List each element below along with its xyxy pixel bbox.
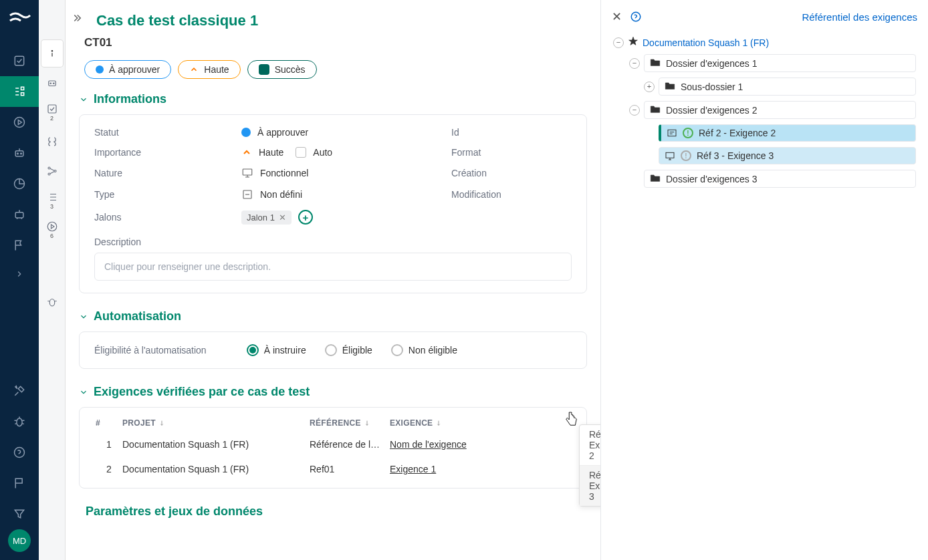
chevron-up-icon — [241, 147, 252, 158]
chevron-up-icon — [189, 65, 199, 74]
sub-link-icon[interactable] — [41, 158, 63, 184]
auto-checkbox[interactable] — [296, 147, 306, 158]
sub-info-icon[interactable] — [41, 40, 63, 67]
help-icon[interactable] — [630, 11, 642, 23]
sub-robot-icon[interactable] — [41, 69, 63, 96]
expand-panel-icon[interactable] — [71, 12, 83, 27]
tree-requirement[interactable]: !Réf 2 - Exigence 2 — [612, 122, 917, 144]
svg-point-14 — [48, 167, 50, 169]
nav-testcases-icon[interactable] — [0, 76, 39, 107]
add-jalon-button[interactable]: + — [298, 210, 313, 225]
sub-list-icon[interactable]: 3 — [41, 187, 63, 214]
tree-folder[interactable]: + Sous-dossier 1 — [612, 75, 917, 98]
svg-point-11 — [50, 83, 51, 84]
col-reference[interactable]: RÉFÉRENCE — [310, 418, 390, 428]
tree-folder[interactable]: − Dossier d'exigences 1 — [612, 51, 917, 75]
table-row[interactable]: 1 Documentation Squash 1 (FR) Référence … — [88, 432, 578, 456]
sub-issues-icon[interactable] — [41, 289, 63, 315]
sub-params-icon[interactable] — [41, 128, 63, 155]
collapse-icon[interactable]: − — [629, 58, 640, 69]
nav-reports-icon[interactable] — [0, 168, 39, 199]
expand-icon[interactable]: + — [644, 82, 655, 92]
section-info-header[interactable]: Informations — [79, 92, 587, 106]
svg-rect-0 — [15, 56, 23, 65]
collapse-icon[interactable]: − — [613, 37, 624, 48]
req-link[interactable]: Exigence 1 — [390, 464, 570, 474]
requirements-tree-panel: ✕ Référentiel des exigences − Documentat… — [600, 0, 928, 560]
col-projet[interactable]: PROJET — [122, 418, 310, 428]
nav-help-icon[interactable] — [0, 437, 39, 468]
nav-collapse-icon[interactable] — [0, 261, 39, 287]
nav-bugs-icon[interactable] — [0, 406, 39, 437]
req-link[interactable]: Nom de l'exigence — [390, 439, 570, 450]
folder-icon — [665, 81, 675, 92]
label-jalons: Jalons — [94, 212, 228, 223]
sub-steps-icon[interactable]: 2 — [41, 99, 63, 126]
value-type[interactable]: Non défini — [241, 188, 438, 200]
svg-point-16 — [54, 170, 56, 172]
remove-jalon-icon[interactable]: ✕ — [279, 213, 286, 223]
drag-preview: Réf 2 - Exigence 2 Réf 3 - Exigence 3 — [579, 424, 600, 507]
value-statut[interactable]: À approuver — [241, 127, 438, 138]
requirement-icon — [667, 128, 677, 138]
sort-icon — [364, 420, 370, 426]
value-jalons: Jalon 1✕+ — [241, 210, 438, 225]
radio-non-eligible[interactable]: Non éligible — [391, 344, 457, 356]
nav-campaigns-icon[interactable] — [0, 107, 39, 138]
page-title: Cas de test classique 1 — [96, 12, 582, 29]
collapse-icon[interactable]: − — [629, 105, 640, 116]
nav-milestone-icon[interactable] — [0, 468, 39, 499]
status-dot-icon — [96, 65, 104, 74]
svg-point-7 — [17, 418, 22, 426]
svg-point-12 — [53, 83, 54, 84]
sub-exec-icon[interactable]: 6 — [41, 217, 63, 243]
label-description: Description — [94, 237, 572, 247]
nav-actions-icon[interactable] — [0, 199, 39, 230]
app-logo — [6, 5, 33, 32]
label-id: Id — [451, 127, 572, 138]
success-dot-icon — [259, 64, 269, 75]
section-params-header[interactable]: Paramètres et jeux de données — [86, 505, 587, 519]
monitor-icon — [241, 167, 253, 179]
folder-icon — [650, 57, 661, 69]
status-pill[interactable]: À approuver — [84, 60, 171, 79]
sub-nav-rail: 2 3 6 — [39, 0, 66, 560]
nav-home-icon[interactable] — [0, 45, 39, 76]
value-nature[interactable]: Fonctionnel — [241, 167, 438, 179]
label-creation: Création — [451, 168, 572, 178]
nav-tools-icon[interactable] — [0, 376, 39, 406]
radio-eligible[interactable]: Éligible — [325, 344, 372, 356]
monitor-icon — [665, 151, 675, 160]
section-auto-header[interactable]: Automatisation — [79, 309, 587, 323]
close-panel-icon[interactable]: ✕ — [612, 9, 622, 24]
radio-instruire[interactable]: À instruire — [247, 344, 306, 356]
panel-title[interactable]: Référentiel des exigences — [802, 11, 917, 23]
req-table-header: # PROJET RÉFÉRENCE EXIGENCE — [88, 414, 578, 432]
chevron-down-icon — [79, 388, 88, 397]
svg-point-15 — [48, 173, 50, 175]
importance-pill[interactable]: Haute — [178, 60, 240, 79]
jalon-chip[interactable]: Jalon 1✕ — [241, 211, 292, 225]
exec-status-pill[interactable]: Succès — [247, 60, 317, 79]
value-importance[interactable]: HauteAuto — [241, 147, 438, 158]
svg-rect-10 — [48, 81, 55, 86]
tree-root[interactable]: − Documentation Squash 1 (FR) — [612, 33, 917, 51]
label-type: Type — [94, 189, 228, 200]
page-reference: CT01 — [84, 36, 582, 49]
section-req-header[interactable]: Exigences vérifiées par ce cas de test — [79, 385, 587, 399]
col-exigence[interactable]: EXIGENCE — [390, 418, 570, 428]
nav-robot-icon[interactable] — [0, 138, 39, 168]
sort-icon — [435, 420, 442, 426]
description-input[interactable]: Cliquer pour renseigner une description. — [94, 253, 572, 281]
folder-icon — [650, 104, 661, 116]
tree-requirement[interactable]: !Réf 3 - Exigence 3 — [612, 144, 917, 167]
user-avatar[interactable]: MD — [8, 529, 31, 552]
nav-flag-icon[interactable] — [0, 230, 39, 261]
svg-point-18 — [49, 299, 55, 307]
svg-rect-22 — [668, 130, 676, 136]
sort-icon — [158, 420, 165, 426]
tree-folder[interactable]: − Dossier d'exigences 2 — [612, 98, 917, 122]
table-row[interactable]: 2 Documentation Squash 1 (FR) Ref01 Exig… — [88, 456, 578, 481]
nav-filter-icon[interactable] — [0, 499, 39, 529]
tree-folder[interactable]: Dossier d'exigences 3 — [612, 167, 917, 190]
